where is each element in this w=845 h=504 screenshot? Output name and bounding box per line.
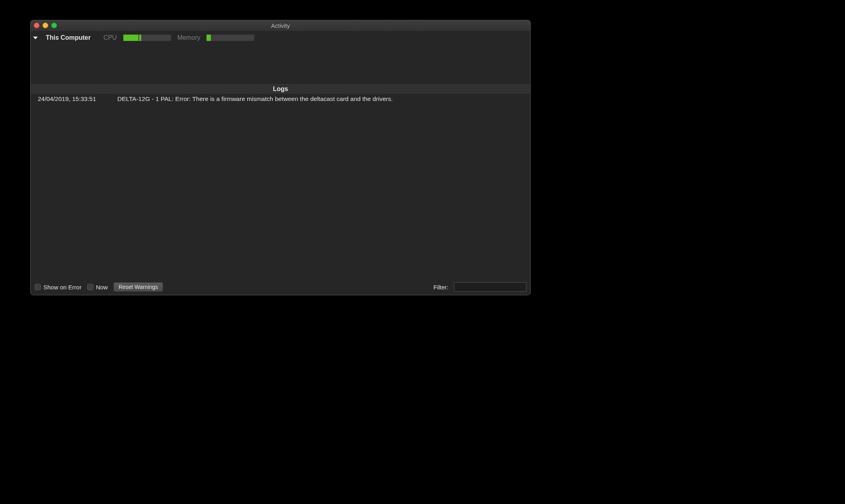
reset-warnings-button[interactable]: Reset Warnings bbox=[113, 282, 163, 292]
close-icon[interactable] bbox=[34, 23, 39, 28]
traffic-lights bbox=[34, 23, 57, 28]
logs-header: Logs bbox=[31, 84, 530, 94]
log-timestamp: 24/04/2019, 15:33:51 bbox=[38, 95, 117, 103]
filter-label: Filter: bbox=[434, 284, 449, 291]
cpu-label: CPU bbox=[103, 34, 117, 41]
checkbox-icon bbox=[87, 284, 93, 290]
memory-label: Memory bbox=[177, 34, 201, 41]
disclosure-triangle-icon[interactable] bbox=[33, 37, 38, 39]
maximize-icon[interactable] bbox=[51, 23, 57, 28]
now-checkbox[interactable]: Now bbox=[87, 284, 108, 291]
this-computer-label[interactable]: This Computer bbox=[46, 34, 91, 41]
show-on-error-checkbox[interactable]: Show on Error bbox=[35, 284, 82, 291]
log-message: DELTA-12G - 1 PAL: Error: There is a fir… bbox=[117, 95, 393, 103]
cpu-meter bbox=[123, 35, 171, 41]
activity-window: Activity This Computer CPU Memory Logs 2… bbox=[30, 20, 531, 295]
memory-meter bbox=[206, 35, 254, 41]
footer-bar: Show on Error Now Reset Warnings Filter: bbox=[31, 279, 530, 295]
log-row[interactable]: 24/04/2019, 15:33:51DELTA-12G - 1 PAL: E… bbox=[31, 94, 530, 104]
checkbox-icon bbox=[35, 284, 41, 290]
window-title: Activity bbox=[31, 22, 530, 29]
logs-body[interactable]: 24/04/2019, 15:33:51DELTA-12G - 1 PAL: E… bbox=[31, 94, 530, 279]
now-label: Now bbox=[96, 284, 108, 291]
computer-detail-area bbox=[31, 44, 530, 84]
titlebar[interactable]: Activity bbox=[31, 20, 530, 31]
minimize-icon[interactable] bbox=[43, 23, 48, 28]
show-on-error-label: Show on Error bbox=[43, 284, 82, 291]
filter-input[interactable] bbox=[454, 282, 526, 292]
meters-bar: This Computer CPU Memory bbox=[31, 31, 530, 44]
